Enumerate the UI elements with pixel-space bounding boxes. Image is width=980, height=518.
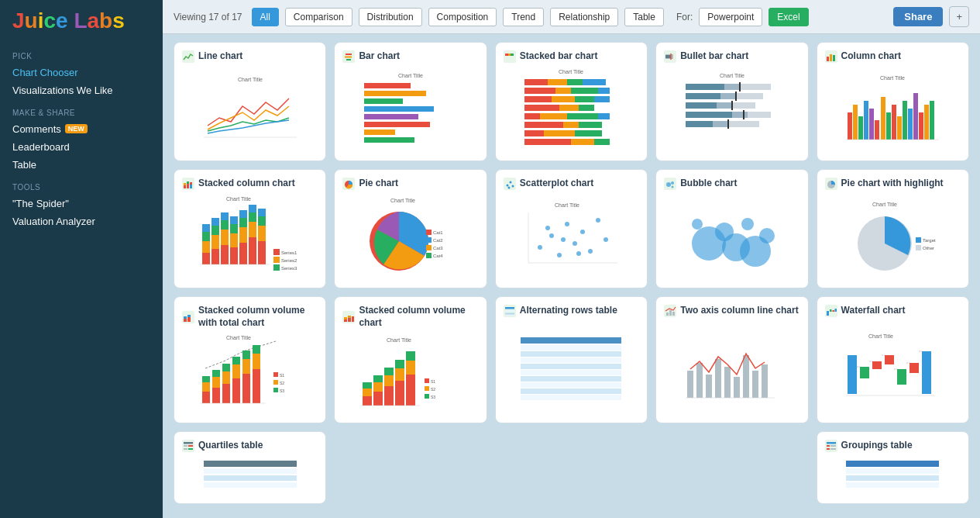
card-column-chart[interactable]: Column chart Chart Title (817, 42, 969, 161)
pie-chart-icon (342, 178, 355, 190)
card-scatterplot-chart[interactable]: Scatterplot chart Chart Title (495, 169, 648, 288)
sidebar-item-chart-chooser[interactable]: Chart Chooser (12, 65, 150, 80)
svg-rect-123 (239, 210, 247, 218)
card-stacked-col-vol[interactable]: Stacked column volume chart Chart Title (334, 296, 487, 423)
svg-rect-24 (583, 79, 606, 85)
svg-rect-86 (886, 112, 891, 140)
svg-rect-119 (230, 216, 238, 224)
sidebar-item-visualizations[interactable]: Visualizations We Like (12, 83, 150, 98)
card-line-chart[interactable]: Line chart Chart Title (174, 42, 326, 161)
svg-rect-233 (373, 375, 383, 382)
sidebar-item-the-spider[interactable]: "The Spider" (12, 196, 150, 211)
card-groupings-table[interactable]: Groupings table (817, 431, 969, 504)
svg-rect-9 (364, 91, 426, 96)
sidebar-item-leaderboard[interactable]: Leaderboard (12, 140, 150, 154)
svg-rect-85 (881, 97, 885, 140)
svg-rect-114 (221, 220, 229, 230)
svg-rect-122 (239, 218, 247, 227)
card-pie-highlight-chart[interactable]: Pie chart with highlight Chart Title Tar… (817, 169, 969, 288)
svg-rect-287 (872, 361, 882, 369)
for-excel[interactable]: Excel (769, 8, 808, 26)
sidebar-item-table[interactable]: Table (12, 157, 150, 172)
svg-rect-145 (426, 237, 432, 243)
card-title-scatter: Scatterplot chart (504, 178, 639, 190)
sidebar-item-comments[interactable]: Comments NEW (12, 122, 150, 136)
pie-highlight-icon (825, 178, 837, 190)
filter-relationship[interactable]: Relationship (550, 8, 618, 26)
two-axis-icon (664, 305, 676, 317)
card-waterfall-chart[interactable]: Waterfall chart Chart Title (817, 296, 969, 423)
filter-table[interactable]: Table (624, 8, 664, 26)
svg-rect-266 (666, 313, 669, 316)
filter-all[interactable]: All (252, 8, 279, 26)
svg-rect-80 (853, 105, 858, 140)
svg-rect-213 (253, 345, 260, 354)
card-bubble-chart[interactable]: Bubble chart (655, 169, 808, 288)
card-stacked-column-chart[interactable]: Stacked column chart Chart Title (174, 169, 326, 288)
card-stacked-col-vol-total[interactable]: Stacked column volume with total chart C… (174, 296, 326, 423)
card-stacked-bar-chart[interactable]: Stacked bar chart Chart Title (495, 42, 648, 161)
svg-rect-301 (184, 445, 187, 447)
svg-rect-201 (212, 370, 220, 377)
svg-rect-81 (858, 116, 863, 140)
for-powerpoint[interactable]: Powerpoint (699, 8, 762, 26)
card-two-axis[interactable]: Two axis column line chart (655, 296, 808, 423)
svg-point-179 (759, 228, 775, 243)
svg-rect-135 (273, 257, 280, 263)
svg-text:Other: Other (923, 246, 934, 250)
svg-rect-211 (253, 369, 260, 403)
plus-button[interactable]: + (949, 6, 969, 27)
svg-rect-42 (579, 122, 602, 128)
svg-rect-274 (734, 377, 740, 398)
svg-rect-39 (598, 113, 610, 119)
filter-trend[interactable]: Trend (503, 8, 544, 26)
preview-pie: Chart Title Cat1 Cat2 Cat3 Cat4 (342, 195, 478, 280)
svg-text:Cat2: Cat2 (433, 238, 443, 243)
stacked-col-vol-total-icon (182, 311, 194, 323)
svg-rect-204 (222, 364, 230, 371)
filter-comparison[interactable]: Comparison (285, 8, 352, 26)
svg-rect-261 (521, 376, 621, 382)
svg-text:Chart Title: Chart Title (559, 69, 584, 74)
share-button[interactable]: Share (893, 7, 943, 26)
card-alternating-rows[interactable]: Alternating rows table (495, 296, 648, 423)
svg-text:Chart Title: Chart Title (226, 335, 251, 340)
card-bar-chart[interactable]: Bar chart Chart Title (334, 42, 487, 161)
svg-text:S3: S3 (280, 388, 284, 393)
sidebar-item-valuation-analyzer[interactable]: Valuation Analyzer (12, 214, 150, 229)
filter-composition[interactable]: Composition (428, 8, 497, 26)
preview-bullet: Chart Title (664, 67, 799, 153)
svg-point-160 (549, 233, 554, 238)
svg-text:Series1: Series1 (281, 250, 297, 255)
card-title-alt-rows: Alternating rows table (504, 305, 639, 317)
svg-rect-15 (364, 137, 414, 143)
filter-distribution[interactable]: Distribution (359, 8, 422, 26)
waterfall-icon (825, 305, 837, 317)
svg-rect-110 (211, 226, 219, 235)
svg-rect-313 (827, 448, 830, 450)
svg-rect-48 (594, 139, 610, 145)
svg-point-181 (692, 219, 703, 230)
svg-rect-45 (575, 130, 602, 136)
svg-text:Chart Title: Chart Title (872, 202, 897, 207)
svg-rect-36 (524, 113, 540, 119)
svg-rect-202 (222, 384, 230, 403)
svg-rect-21 (524, 79, 548, 85)
svg-point-180 (741, 218, 754, 230)
card-pie-chart[interactable]: Pie chart Chart Title Cat1 Cat2 Cat3 Cat… (334, 169, 487, 288)
svg-rect-291 (922, 351, 931, 394)
svg-rect-255 (521, 337, 621, 344)
svg-rect-128 (258, 241, 266, 264)
svg-rect-22 (548, 79, 567, 85)
card-quartiles-table[interactable]: Quartiles table (174, 431, 326, 504)
svg-rect-263 (521, 388, 621, 394)
card-bullet-bar-chart[interactable]: Bullet bar chart Chart Title (655, 42, 808, 161)
preview-alt-rows (504, 322, 639, 415)
svg-rect-149 (426, 253, 432, 258)
svg-rect-33 (524, 105, 559, 111)
preview-line: Chart Title (182, 67, 318, 153)
section-label-make: MAKE & SHARE (12, 109, 150, 117)
svg-rect-82 (864, 101, 868, 140)
svg-rect-88 (897, 116, 902, 140)
svg-rect-304 (188, 448, 193, 450)
